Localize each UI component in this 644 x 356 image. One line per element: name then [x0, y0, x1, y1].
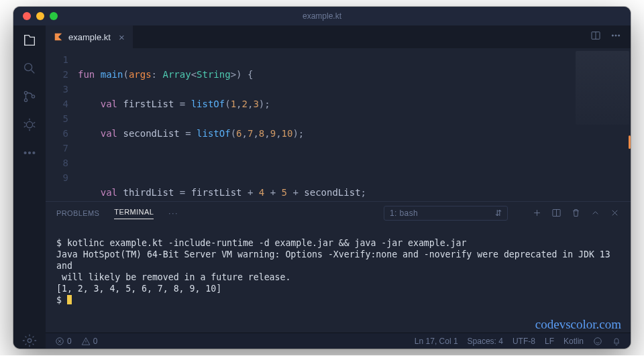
svg-point-7	[33, 152, 35, 154]
tab-close-icon[interactable]: ×	[119, 32, 125, 43]
svg-point-4	[26, 121, 32, 127]
debug-icon[interactable]	[21, 117, 38, 133]
panel-tabs: PROBLEMS TERMINAL ··· 1: bash ⇵	[46, 202, 631, 225]
kotlin-file-icon	[54, 32, 63, 42]
status-position[interactable]: Ln 17, Col 1	[415, 337, 458, 346]
svg-point-11	[615, 35, 616, 36]
split-terminal-icon[interactable]	[551, 208, 561, 219]
status-warnings[interactable]: 0	[81, 337, 98, 346]
status-language[interactable]: Kotlin	[564, 337, 584, 346]
titlebar: example.kt	[13, 7, 631, 25]
chevron-updown-icon: ⇵	[495, 209, 502, 218]
more-icon[interactable]	[21, 145, 38, 161]
code-content[interactable]: fun main(args: Array<String>) { val firs…	[78, 48, 631, 201]
bottom-panel: PROBLEMS TERMINAL ··· 1: bash ⇵	[46, 201, 631, 333]
svg-point-6	[29, 152, 31, 154]
svg-point-0	[25, 64, 32, 71]
status-encoding[interactable]: UTF-8	[513, 337, 535, 346]
panel-tab-more-icon[interactable]: ···	[168, 209, 178, 217]
svg-point-5	[24, 152, 26, 154]
tab-example-kt[interactable]: example.kt ×	[46, 25, 133, 48]
editor-more-icon[interactable]	[610, 30, 621, 44]
status-errors[interactable]: 0	[55, 337, 72, 346]
chevron-up-icon[interactable]	[590, 208, 600, 219]
new-terminal-icon[interactable]	[532, 208, 542, 219]
search-icon[interactable]	[21, 60, 38, 76]
settings-gear-icon[interactable]	[21, 333, 38, 349]
split-editor-icon[interactable]	[590, 30, 601, 44]
svg-point-10	[612, 35, 613, 36]
trash-icon[interactable]	[571, 208, 581, 219]
editor-window: example.kt example.kt ×	[13, 7, 631, 349]
bell-icon[interactable]	[612, 337, 621, 346]
activity-bar	[13, 25, 46, 349]
line-gutter: 123456789	[46, 48, 78, 201]
source-control-icon[interactable]	[21, 88, 38, 105]
tab-bar: example.kt ×	[46, 25, 631, 48]
terminal-output[interactable]: $ kotlinc example.kt -include-runtime -d…	[46, 225, 631, 333]
svg-point-1	[24, 91, 27, 94]
status-eol[interactable]: LF	[545, 337, 554, 346]
tab-label: example.kt	[68, 32, 111, 42]
scroll-indicator	[629, 135, 631, 149]
panel-tab-terminal[interactable]: TERMINAL	[114, 208, 154, 219]
feedback-icon[interactable]	[593, 337, 602, 346]
svg-point-3	[32, 95, 34, 98]
status-bar: 0 0 Ln 17, Col 1 Spaces: 4 UTF-8 LF Kotl…	[46, 333, 631, 349]
svg-point-12	[619, 35, 620, 36]
terminal-select[interactable]: 1: bash ⇵	[384, 206, 508, 221]
watermark: codevscolor.com	[535, 318, 621, 330]
close-icon[interactable]	[610, 208, 620, 219]
code-editor[interactable]: 123456789 fun main(args: Array<String>) …	[46, 48, 631, 201]
window-title: example.kt	[13, 11, 631, 21]
svg-point-2	[24, 99, 27, 101]
terminal-cursor	[67, 295, 72, 304]
explorer-icon[interactable]	[21, 32, 38, 48]
status-spaces[interactable]: Spaces: 4	[468, 337, 503, 346]
svg-point-8	[28, 339, 32, 343]
svg-point-15	[594, 337, 602, 345]
panel-tab-problems[interactable]: PROBLEMS	[56, 209, 99, 217]
